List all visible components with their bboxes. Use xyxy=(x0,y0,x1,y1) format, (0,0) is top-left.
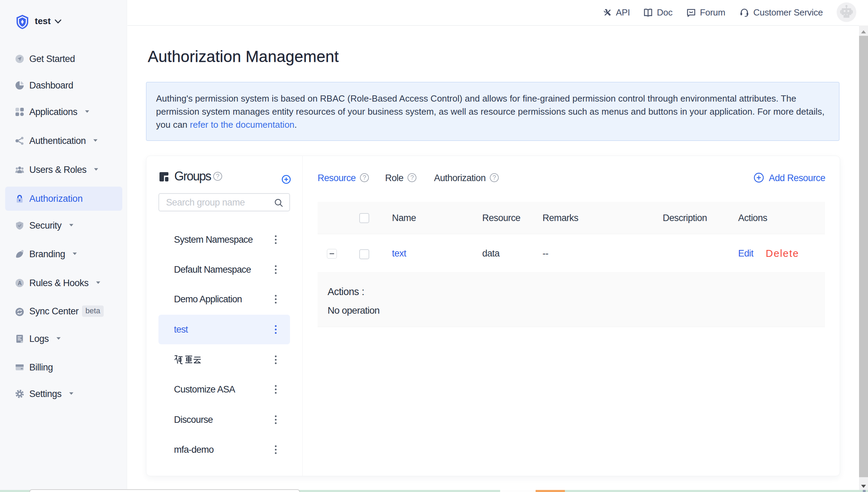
svg-text:A: A xyxy=(18,280,22,286)
